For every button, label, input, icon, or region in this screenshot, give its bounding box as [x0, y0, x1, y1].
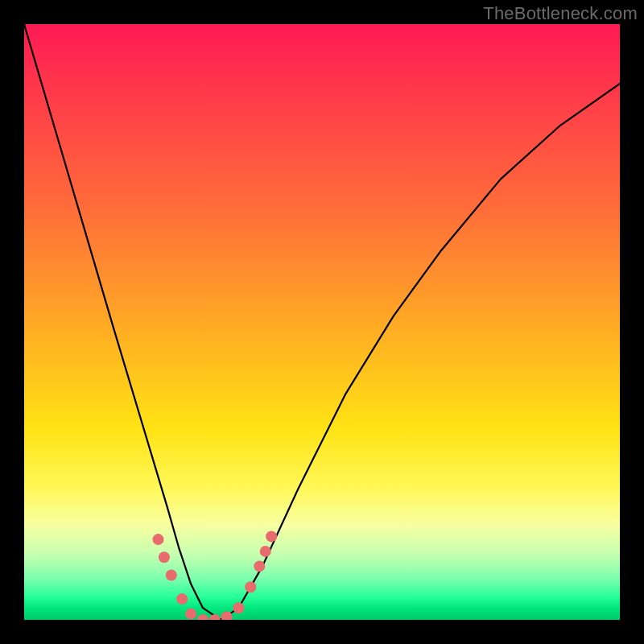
watermark-text: TheBottleneck.com — [483, 3, 638, 24]
bottleneck-curve — [24, 24, 620, 620]
curve-svg — [24, 24, 620, 620]
plot-area — [24, 24, 620, 620]
highlight-dot — [233, 602, 244, 613]
highlight-dot — [153, 534, 164, 545]
highlight-dot — [185, 609, 196, 620]
highlight-dot — [176, 593, 188, 605]
highlight-dot — [166, 570, 177, 581]
highlight-dot — [260, 546, 271, 557]
highlight-dot — [209, 614, 221, 620]
highlight-dot — [254, 560, 265, 572]
highlight-dot — [197, 614, 208, 620]
highlight-dot — [266, 530, 277, 542]
highlight-dot — [159, 551, 170, 563]
highlight-markers — [153, 530, 278, 620]
highlight-dot — [245, 581, 256, 592]
chart-frame: TheBottleneck.com — [0, 0, 644, 644]
